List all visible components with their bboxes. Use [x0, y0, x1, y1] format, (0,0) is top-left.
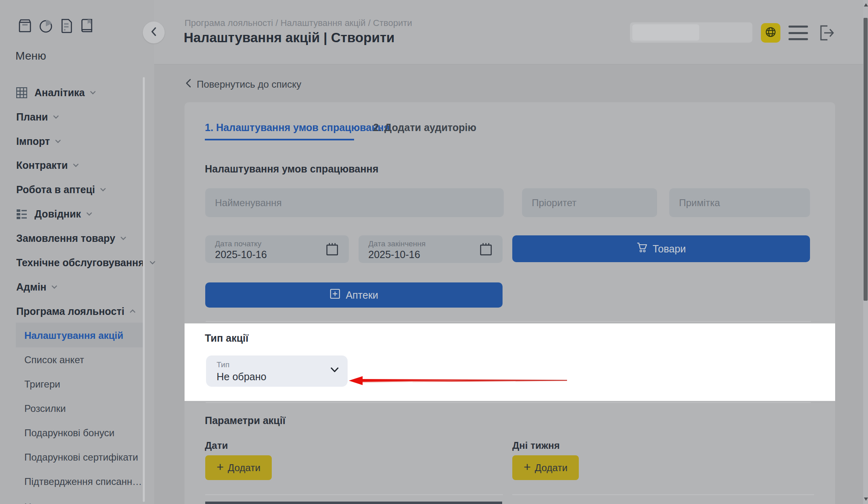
- add-weekday-button-label: Додати: [535, 462, 567, 474]
- add-date-button[interactable]: + Додати: [205, 455, 272, 480]
- list-icon: [16, 209, 27, 220]
- pharmacies-button-label: Аптеки: [346, 289, 378, 301]
- globe-icon: [765, 26, 777, 40]
- note-input[interactable]: [669, 188, 810, 217]
- pharmacies-button[interactable]: Аптеки: [205, 282, 503, 308]
- sidebar-item-contracts[interactable]: Контракти: [16, 159, 79, 172]
- sidebar-item-label: Технічне обслуговування: [16, 256, 144, 269]
- clipped-bottom-element: [205, 502, 502, 504]
- sidebar-subitem-partial[interactable]: Налаштування: [24, 501, 92, 504]
- logout-icon[interactable]: [818, 24, 836, 42]
- sidebar-subitem-gift-bonuses[interactable]: Подарункові бонуси: [24, 426, 114, 439]
- chevron-down-icon: [120, 236, 127, 240]
- sidebar-item-analytics[interactable]: Аналітика: [16, 86, 96, 99]
- section-divider: [206, 321, 811, 322]
- sidebar-scrollbar[interactable]: [143, 77, 145, 502]
- chevron-down-icon: [149, 261, 156, 265]
- sidebar-item-label: Довідник: [34, 207, 81, 220]
- start-date-label: Дата початку: [215, 239, 262, 248]
- sidebar-item-maintenance[interactable]: Технічне обслуговування: [16, 256, 156, 269]
- promo-params-heading: Параметри акції: [205, 415, 286, 426]
- cart-icon: [636, 242, 648, 256]
- end-date-field[interactable]: Дата закінчення 2025-10-16: [359, 235, 503, 263]
- sidebar-item-label: Замовлення товару: [16, 232, 115, 245]
- priority-input[interactable]: [522, 188, 657, 217]
- weekdays-column-divider: [512, 494, 814, 495]
- plus-square-icon: [329, 288, 341, 302]
- chevron-down-icon: [90, 90, 96, 95]
- breadcrumb[interactable]: Програма лояльності / Налаштування акцій…: [185, 18, 412, 28]
- sidebar-item-directory[interactable]: Довідник: [16, 207, 92, 220]
- sidebar-menu-title: Меню: [15, 50, 46, 62]
- annotation-arrow-icon: [349, 376, 568, 386]
- products-button[interactable]: Товари: [512, 235, 810, 262]
- start-date-field[interactable]: Дата початку 2025-10-16: [205, 235, 349, 263]
- header: Програма лояльності / Налаштування акцій…: [154, 0, 863, 65]
- sidebar-subitem-promo-settings[interactable]: Налаштування акцій: [24, 329, 123, 342]
- back-to-list-link[interactable]: Повернутись до списку: [186, 78, 301, 91]
- promo-type-select-value: Не обрано: [217, 371, 266, 383]
- sidebar-subitem-mailings[interactable]: Розсилки: [24, 402, 66, 415]
- hamburger-menu-icon[interactable]: [789, 26, 808, 40]
- calendar-icon[interactable]: [326, 243, 338, 257]
- page-title: Налаштування акцій | Створити: [184, 30, 395, 45]
- plus-icon: +: [524, 461, 531, 473]
- sidebar-subitem-bonus-writeoff-confirmation[interactable]: Підтвердження списання бону...: [24, 475, 143, 488]
- chevron-down-icon: [100, 187, 106, 192]
- sidebar-item-pharmacy-work[interactable]: Робота в аптеці: [16, 183, 106, 196]
- back-link-label: Повернутись до списку: [197, 79, 301, 90]
- chevron-left-icon: [186, 79, 191, 90]
- sidebar-item-label: Адмін: [16, 280, 46, 293]
- active-tab-underline: [205, 139, 354, 140]
- end-date-label: Дата закінчення: [368, 239, 425, 248]
- sidebar-item-admin[interactable]: Адмін: [16, 280, 58, 293]
- weekdays-column-label: Дні тижня: [512, 440, 560, 451]
- chevron-down-icon: [51, 285, 58, 289]
- page-scrollbar-thumb[interactable]: [864, 18, 868, 301]
- chevron-left-icon: [151, 27, 157, 38]
- sidebar-item-loyalty-program[interactable]: Програма лояльності: [16, 305, 136, 318]
- promo-type-select[interactable]: Тип Не обрано: [206, 355, 348, 387]
- chevron-down-icon: [53, 115, 59, 119]
- sidebar-subitem-questionnaires[interactable]: Список анкет: [24, 353, 84, 366]
- sidebar-item-label: Робота в аптеці: [16, 183, 95, 196]
- promo-type-heading: Тип акції: [205, 332, 249, 344]
- tab-add-audience[interactable]: 2. Додати аудиторію: [373, 122, 476, 134]
- sidebar-collapse-button[interactable]: [143, 22, 165, 43]
- header-input[interactable]: [630, 22, 752, 43]
- end-date-value: 2025-10-16: [368, 249, 420, 261]
- sidebar-item-label: Програма лояльності: [16, 305, 125, 318]
- section-divider: [206, 402, 811, 403]
- language-button[interactable]: [761, 23, 780, 43]
- chevron-down-icon: [86, 212, 92, 216]
- tab-trigger-conditions[interactable]: 1. Налаштування умов спрацювання: [205, 122, 390, 134]
- calendar-icon[interactable]: [480, 243, 492, 257]
- document-icon[interactable]: [60, 18, 73, 34]
- start-date-value: 2025-10-16: [215, 249, 267, 261]
- add-weekday-button[interactable]: + Додати: [512, 455, 579, 480]
- sidebar-item-label: Імпорт: [16, 135, 50, 148]
- dates-column-divider: [205, 494, 503, 495]
- sidebar-item-plans[interactable]: Плани: [16, 110, 59, 123]
- products-button-label: Товари: [653, 243, 686, 255]
- chevron-down-icon: [331, 367, 339, 374]
- app-root: Меню Аналітика Плани Імпорт Контракти Ро…: [0, 0, 868, 504]
- pie-chart-icon[interactable]: [38, 18, 54, 34]
- archive-icon[interactable]: [17, 18, 32, 34]
- sidebar-item-goods-order[interactable]: Замовлення товару: [16, 232, 127, 245]
- book-icon[interactable]: [79, 18, 94, 34]
- sidebar-item-label: Плани: [16, 110, 48, 123]
- sidebar-item-import[interactable]: Імпорт: [16, 135, 61, 148]
- add-date-button-label: Додати: [228, 462, 260, 474]
- scroll-up-arrow-icon[interactable]: [864, 3, 868, 6]
- sidebar-subitem-triggers[interactable]: Тригери: [24, 378, 60, 391]
- sidebar-subitem-gift-certificates[interactable]: Подарункові сертифікати: [24, 451, 138, 464]
- chevron-down-icon: [73, 163, 79, 167]
- scroll-down-arrow-icon[interactable]: [864, 498, 868, 501]
- sidebar-item-label: Контракти: [16, 159, 68, 172]
- chevron-down-icon: [55, 139, 61, 143]
- form-card: 1. Налаштування умов спрацювання 2. Дода…: [185, 102, 835, 504]
- promo-type-spotlight-section: Тип акції Тип Не обрано: [185, 323, 835, 401]
- name-input[interactable]: [205, 188, 504, 217]
- dates-column-label: Дати: [205, 440, 228, 451]
